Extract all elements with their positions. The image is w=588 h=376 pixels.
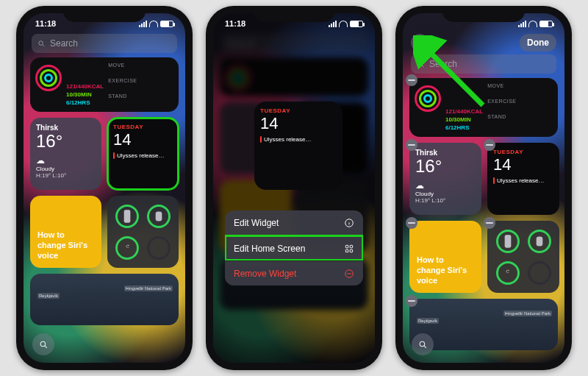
calendar-widget[interactable]: TUESDAY 14 Ulysses release… <box>107 118 179 190</box>
calendar-weekday: TUESDAY <box>493 149 553 155</box>
search-placeholder: Search <box>50 38 78 49</box>
calendar-event: Ulysses release… <box>113 152 173 159</box>
svg-point-19 <box>420 341 425 347</box>
battery-watch-icon <box>147 205 171 228</box>
calendar-event: Ulysses release… <box>260 136 337 143</box>
menu-edit-home-screen[interactable]: Edit Home Screen <box>225 235 363 260</box>
remove-widget-icon[interactable] <box>406 139 417 151</box>
remove-widget-icon[interactable] <box>406 217 417 229</box>
calendar-widget[interactable]: TUESDAY 14 Ulysses release… <box>487 143 559 215</box>
tips-widget[interactable]: How to change Siri's voice <box>409 221 481 293</box>
screen-3: + Done Search 121/440KCAL 10/30MIN 6/12H… <box>403 13 564 363</box>
edit-pencil-button[interactable] <box>32 333 54 355</box>
weather-widget[interactable]: Thirsk 16° ☁︎ Cloudy H:19° L:10° <box>30 118 101 190</box>
wifi-icon <box>528 21 537 27</box>
remove-widget-icon[interactable] <box>484 139 495 151</box>
calendar-widget-focused[interactable]: TUESDAY 14 Ulysses release… <box>254 102 343 190</box>
remove-widget-icon[interactable] <box>484 217 495 229</box>
calendar-daynum: 14 <box>113 130 173 149</box>
activity-rings-icon <box>35 65 62 91</box>
remove-widget-icon[interactable] <box>406 74 417 86</box>
weather-temp: 16° <box>415 157 476 176</box>
calendar-daynum: 14 <box>260 114 337 133</box>
map-label: Reykjavík <box>37 293 60 299</box>
menu-item-label: Edit Home Screen <box>234 244 305 254</box>
svg-line-5 <box>45 346 47 348</box>
fitness-widget[interactable]: 121/440KCAL 10/30MIN 6/12HRS MOVE EXERCI… <box>409 78 558 137</box>
remove-icon <box>344 269 354 279</box>
phone-frame-2: 11:18 Search TUESDAY 14 Ulysses release… <box>206 6 382 370</box>
svg-rect-9 <box>345 245 348 248</box>
search-icon <box>417 60 425 68</box>
calendar-daynum: 14 <box>493 155 553 174</box>
today-view[interactable]: Search 121/440KCAL 10/30MIN 6/12HRS MOVE… <box>24 13 185 363</box>
battery-airpods-icon: ᕪ <box>115 236 139 260</box>
phone-frame-1: 11:18 Search 121/440KCAL 10/30MIN 6/12HR… <box>16 6 193 370</box>
battery-icon <box>350 21 363 27</box>
status-bar: 11:18 <box>24 16 185 31</box>
search-field[interactable]: Search <box>411 54 556 74</box>
svg-rect-18 <box>536 236 542 246</box>
battery-icon <box>539 21 553 27</box>
menu-remove-widget[interactable]: Remove Widget <box>225 260 363 285</box>
status-time: 11:18 <box>35 19 56 28</box>
weather-highlow: H:19° L:10° <box>36 172 96 179</box>
weather-condition: Cloudy <box>36 166 96 172</box>
svg-line-16 <box>422 65 423 66</box>
calendar-weekday: TUESDAY <box>113 124 173 130</box>
battery-empty-icon <box>147 236 171 260</box>
cellular-icon <box>329 21 337 27</box>
battery-phone-icon <box>496 230 520 253</box>
add-widget-button[interactable]: + <box>411 34 429 52</box>
fitness-widget[interactable]: 121/440KCAL 10/30MIN 6/12HRS MOVE EXERCI… <box>30 57 179 112</box>
menu-item-label: Edit Widget <box>234 218 279 228</box>
battery-phone-icon <box>115 205 139 228</box>
fitness-bars: MOVE EXERCISE STAND <box>108 63 173 107</box>
status-bar <box>403 16 564 31</box>
weather-widget[interactable]: Thirsk 16° ☁︎ Cloudy H:19° L:10° <box>409 143 481 215</box>
svg-rect-17 <box>504 235 511 247</box>
weather-icon: ☁︎ <box>36 155 96 166</box>
tip-text: How to change Siri's voice <box>417 255 474 285</box>
cellular-icon <box>518 21 526 27</box>
svg-point-15 <box>418 61 423 65</box>
map-label: Reykjavík <box>417 318 439 324</box>
battery-watch-icon <box>528 230 551 253</box>
map-label: Þingvellir National Park <box>503 311 552 316</box>
svg-rect-11 <box>345 249 348 252</box>
wifi-icon <box>339 21 348 27</box>
edit-pencil-button[interactable] <box>412 333 434 355</box>
today-view-edit-mode[interactable]: + Done Search 121/440KCAL 10/30MIN 6/12H… <box>403 13 564 363</box>
tip-text: How to change Siri's voice <box>37 230 94 260</box>
apps-icon <box>344 244 354 254</box>
maps-widget[interactable]: Reykjavík Þingvellir National Park <box>30 274 179 325</box>
svg-rect-10 <box>350 245 353 248</box>
remove-widget-icon[interactable] <box>406 295 417 307</box>
svg-point-4 <box>40 341 46 347</box>
phone-frame-3: + Done Search 121/440KCAL 10/30MIN 6/12H… <box>395 6 572 370</box>
status-time: 11:18 <box>225 19 245 28</box>
search-icon <box>39 340 49 350</box>
calendar-event: Ulysses release… <box>493 177 553 184</box>
menu-edit-widget[interactable]: Edit Widget <box>225 210 363 235</box>
wifi-icon <box>149 21 158 27</box>
search-placeholder: Search <box>429 59 457 69</box>
svg-rect-3 <box>155 211 162 221</box>
batteries-widget[interactable]: ᕪ <box>107 196 179 268</box>
svg-rect-2 <box>124 210 131 222</box>
fitness-stats: 121/440KCAL 10/30MIN 6/12HRS <box>445 83 483 132</box>
status-bar: 11:18 <box>213 16 375 31</box>
search-field[interactable]: Search <box>32 34 177 53</box>
battery-empty-icon <box>528 261 551 285</box>
search-icon <box>418 340 428 350</box>
weather-condition: Cloudy <box>415 191 476 197</box>
calendar-weekday: TUESDAY <box>260 107 337 114</box>
screen-1: 11:18 Search 121/440KCAL 10/30MIN 6/12HR… <box>24 13 185 363</box>
tips-widget[interactable]: How to change Siri's voice <box>30 196 101 268</box>
weather-highlow: H:19° L:10° <box>415 197 476 204</box>
activity-rings-icon <box>415 85 441 112</box>
batteries-widget[interactable]: ᕪ <box>487 221 559 293</box>
svg-line-1 <box>43 44 44 46</box>
done-button[interactable]: Done <box>520 34 556 52</box>
fitness-stats: 121/440KCAL 10/30MIN 6/12HRS <box>66 63 104 107</box>
